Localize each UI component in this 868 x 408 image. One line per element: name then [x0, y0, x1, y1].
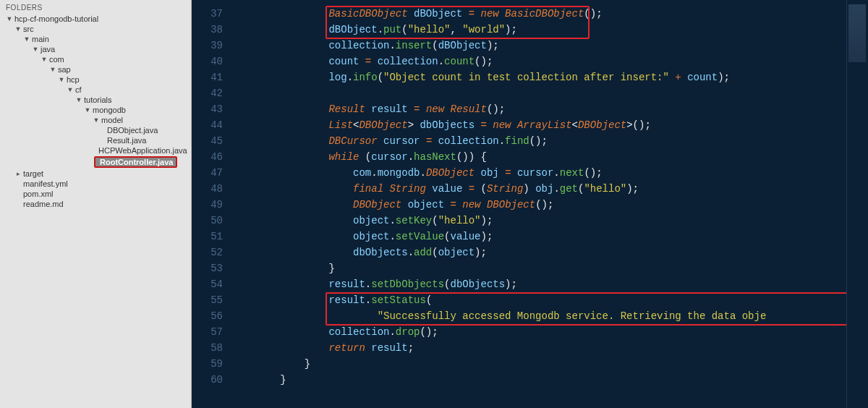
folder-tree: ▼hcp-cf-mongodb-tutorial ▼src ▼main ▼jav… — [0, 14, 191, 209]
chevron-right-icon: ▸ — [14, 170, 22, 177]
tree-folder[interactable]: ▼mongodb — [3, 105, 191, 115]
tree-folder[interactable]: ▸target — [3, 169, 191, 179]
chevron-down-icon: ▼ — [67, 86, 74, 93]
code-area[interactable]: BasicDBObject dBObject = new BasicDBObje… — [231, 0, 846, 408]
chevron-down-icon: ▼ — [75, 96, 82, 103]
sidebar-header: FOLDERS — [0, 0, 191, 14]
tree-folder[interactable]: ▼com — [3, 54, 191, 64]
chevron-down-icon: ▼ — [93, 116, 100, 124]
chevron-down-icon: ▼ — [32, 46, 39, 53]
minimap-viewport — [848, 4, 866, 62]
tree-file-selected[interactable]: RootController.java — [3, 156, 191, 169]
tree-file[interactable]: manifest.yml — [3, 179, 191, 189]
chevron-down-icon: ▼ — [58, 76, 65, 83]
chevron-down-icon: ▼ — [41, 56, 48, 63]
chevron-down-icon: ▼ — [6, 15, 13, 22]
tree-folder[interactable]: ▼src — [3, 24, 191, 34]
app-root: FOLDERS ▼hcp-cf-mongodb-tutorial ▼src ▼m… — [0, 0, 868, 408]
tree-folder[interactable]: ▼model — [3, 115, 191, 125]
chevron-down-icon: ▼ — [23, 35, 30, 43]
tree-folder[interactable]: ▼main — [3, 34, 191, 44]
chevron-down-icon: ▼ — [14, 25, 22, 33]
editor[interactable]: 3738394041424344454647484950515253545556… — [192, 0, 868, 408]
line-gutter: 3738394041424344454647484950515253545556… — [192, 0, 231, 408]
tree-folder[interactable]: ▼hcp — [3, 75, 191, 85]
tree-file[interactable]: HCPWebApplication.java — [3, 145, 191, 156]
chevron-down-icon: ▼ — [84, 106, 91, 114]
tree-folder[interactable]: ▼java — [3, 44, 191, 54]
minimap[interactable] — [846, 0, 868, 408]
tree-file[interactable]: readme.md — [3, 199, 191, 209]
tree-folder[interactable]: ▼sap — [3, 64, 191, 75]
sidebar: FOLDERS ▼hcp-cf-mongodb-tutorial ▼src ▼m… — [0, 0, 192, 408]
chevron-down-icon: ▼ — [49, 66, 56, 73]
tree-file[interactable]: Result.java — [3, 135, 191, 145]
tree-root[interactable]: ▼hcp-cf-mongodb-tutorial — [3, 14, 191, 24]
tree-folder[interactable]: ▼cf — [3, 85, 191, 95]
tree-folder[interactable]: ▼tutorials — [3, 95, 191, 105]
tree-file[interactable]: DBObject.java — [3, 125, 191, 135]
tree-file[interactable]: pom.xml — [3, 189, 191, 199]
